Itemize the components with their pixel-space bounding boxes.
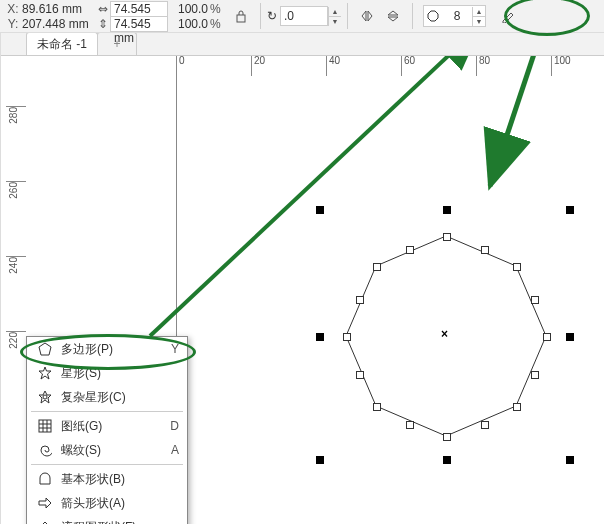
selection-handle[interactable] (443, 456, 451, 464)
x-label: X: (6, 2, 20, 16)
node[interactable] (373, 403, 381, 411)
menu-label: 流程图形状(F) (55, 519, 179, 525)
rotation-spinner[interactable]: ▲▼ (328, 7, 341, 26)
ruler-v-tick: 240 (8, 257, 19, 274)
width-value[interactable]: 74.545 mm (110, 1, 168, 17)
ruler-v-tick: 260 (8, 182, 19, 199)
polygon-icon (35, 342, 55, 356)
ruler-h-tick: 40 (329, 55, 340, 66)
basic-shape-icon (35, 472, 55, 486)
selection-handle[interactable] (316, 333, 324, 341)
menu-star[interactable]: 星形(S) (27, 361, 187, 385)
ruler-v-tick: 280 (8, 107, 19, 124)
menu-label: 星形(S) (55, 365, 179, 382)
mirror-h-icon[interactable] (355, 4, 379, 28)
menu-flowchart-shapes[interactable]: 流程图形状(F) (27, 515, 187, 524)
menu-label: 基本形状(B) (55, 471, 179, 488)
arrow-shape-icon (35, 496, 55, 510)
node[interactable] (406, 246, 414, 254)
mirror-v-icon[interactable] (381, 4, 405, 28)
node[interactable] (543, 333, 551, 341)
node[interactable] (481, 421, 489, 429)
menu-graph-paper[interactable]: 图纸(G) D (27, 414, 187, 438)
complex-star-icon (35, 390, 55, 404)
spiral-icon (35, 443, 55, 457)
scale-x[interactable]: 100.0 (172, 2, 210, 16)
height-icon: ⇕ (96, 17, 110, 31)
menu-complex-star[interactable]: 复杂星形(C) (27, 385, 187, 409)
rotation-value[interactable]: .0 (280, 6, 328, 26)
svg-marker-10 (428, 11, 438, 21)
menu-spiral[interactable]: 螺纹(S) A (27, 438, 187, 462)
y-label: Y: (6, 17, 20, 31)
selection-handle[interactable] (566, 456, 574, 464)
svg-marker-12 (39, 343, 51, 355)
workarea: 0 20 40 60 80 100 280 260 240 220 (0, 56, 604, 524)
ruler-h-tick: 20 (254, 55, 265, 66)
position-group: X:89.616 mm Y:207.448 mm (6, 2, 92, 31)
width-icon: ⇔ (96, 2, 110, 16)
polygon-sides-input[interactable]: 8 ▲▼ (423, 5, 486, 27)
polygon-flyout-menu: 多边形(P) Y 星形(S) 复杂星形(C) 图纸(G) D 螺纹(S) A 基… (26, 336, 188, 524)
menu-polygon[interactable]: 多边形(P) Y (27, 337, 187, 361)
node[interactable] (513, 263, 521, 271)
menu-basic-shapes[interactable]: 基本形状(B) (27, 467, 187, 491)
pct-label: % (210, 2, 224, 16)
ruler-h-tick: 0 (179, 55, 185, 66)
ruler-v-tick: 220 (8, 332, 19, 349)
x-value[interactable]: 89.616 mm (20, 2, 92, 16)
node[interactable] (356, 296, 364, 304)
outline-pen-icon[interactable] (496, 4, 520, 28)
node[interactable] (373, 263, 381, 271)
selection-handle[interactable] (443, 206, 451, 214)
property-bar: X:89.616 mm Y:207.448 mm ⇔74.545 mm ⇕74.… (0, 0, 604, 33)
node[interactable] (406, 421, 414, 429)
ruler-vertical: 280 260 240 220 (6, 76, 27, 524)
menu-label: 螺纹(S) (55, 442, 171, 459)
menu-arrow-shapes[interactable]: 箭头形状(A) (27, 491, 187, 515)
svg-point-15 (43, 395, 47, 399)
ruler-horizontal: 0 20 40 60 80 100 (26, 56, 604, 77)
center-marker: × (441, 327, 448, 341)
ruler-h-tick: 100 (554, 55, 571, 66)
selection-handle[interactable] (316, 206, 324, 214)
size-group: ⇔74.545 mm ⇕74.545 mm (96, 2, 168, 31)
lock-ratio-icon[interactable] (229, 4, 253, 28)
selection-handle[interactable] (566, 333, 574, 341)
node[interactable] (513, 403, 521, 411)
height-value[interactable]: 74.545 mm (110, 16, 168, 32)
rotate-icon: ↻ (267, 9, 277, 23)
node[interactable] (343, 333, 351, 341)
node[interactable] (531, 296, 539, 304)
selection-handle[interactable] (316, 456, 324, 464)
menu-shortcut: A (171, 443, 179, 457)
sides-value[interactable]: 8 (442, 9, 472, 23)
ruler-h-tick: 80 (479, 55, 490, 66)
menu-label: 图纸(G) (55, 418, 170, 435)
scale-group: 100.0% 100.0% (172, 2, 224, 31)
star-icon (35, 366, 55, 380)
tab-document[interactable]: 未命名 -1 (26, 32, 98, 55)
document-tabs: 未命名 -1 + (0, 33, 604, 56)
grid-icon (35, 419, 55, 433)
node[interactable] (443, 433, 451, 441)
menu-separator (31, 464, 183, 465)
tab-title: 未命名 -1 (37, 37, 87, 51)
node[interactable] (443, 233, 451, 241)
svg-rect-9 (237, 15, 245, 22)
menu-shortcut: Y (171, 342, 179, 356)
rotation-group: ↻ .0 ▲▼ (267, 6, 341, 26)
node[interactable] (531, 371, 539, 379)
polygon-icon (424, 10, 442, 22)
node[interactable] (356, 371, 364, 379)
y-value[interactable]: 207.448 mm (20, 17, 92, 31)
selection-handle[interactable] (566, 206, 574, 214)
scale-y[interactable]: 100.0 (172, 17, 210, 31)
ruler-h-tick: 60 (404, 55, 415, 66)
flowchart-icon (35, 520, 55, 524)
menu-label: 多边形(P) (55, 341, 171, 358)
menu-label: 复杂星形(C) (55, 389, 179, 406)
node[interactable] (481, 246, 489, 254)
menu-separator (31, 411, 183, 412)
sides-spinner[interactable]: ▲▼ (472, 7, 485, 26)
